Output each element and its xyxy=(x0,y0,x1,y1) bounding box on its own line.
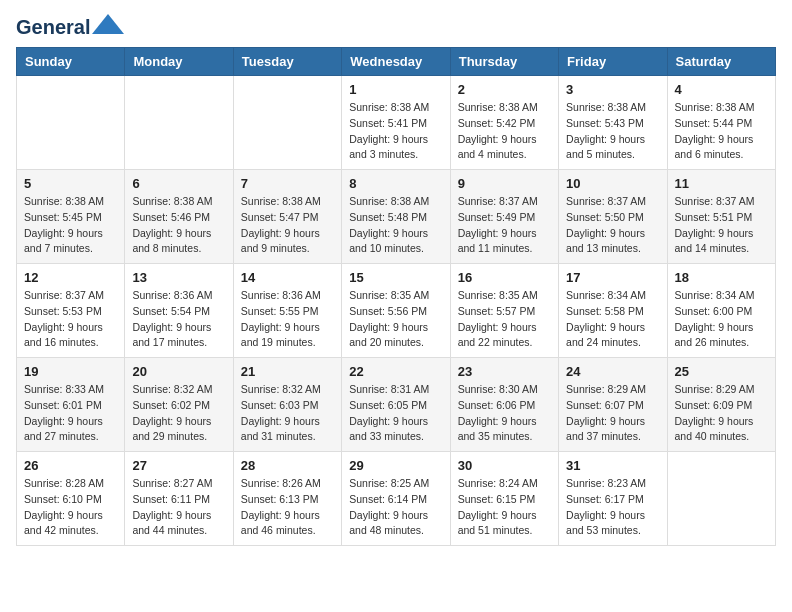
daylight-text: Daylight: 9 hours and 10 minutes. xyxy=(349,226,442,258)
sunrise-text: Sunrise: 8:38 AM xyxy=(132,194,225,210)
sunrise-text: Sunrise: 8:32 AM xyxy=(132,382,225,398)
daylight-text: Daylight: 9 hours and 19 minutes. xyxy=(241,320,334,352)
day-number: 4 xyxy=(675,82,768,97)
sunrise-text: Sunrise: 8:25 AM xyxy=(349,476,442,492)
sunset-text: Sunset: 5:50 PM xyxy=(566,210,659,226)
daylight-text: Daylight: 9 hours and 9 minutes. xyxy=(241,226,334,258)
calendar-cell xyxy=(125,76,233,170)
logo-text: General xyxy=(16,16,90,39)
day-number: 26 xyxy=(24,458,117,473)
sunrise-text: Sunrise: 8:30 AM xyxy=(458,382,551,398)
sunset-text: Sunset: 6:15 PM xyxy=(458,492,551,508)
day-info: Sunrise: 8:38 AMSunset: 5:47 PMDaylight:… xyxy=(241,194,334,257)
sunset-text: Sunset: 5:43 PM xyxy=(566,116,659,132)
calendar-cell: 31Sunrise: 8:23 AMSunset: 6:17 PMDayligh… xyxy=(559,452,667,546)
daylight-text: Daylight: 9 hours and 11 minutes. xyxy=(458,226,551,258)
calendar-cell: 5Sunrise: 8:38 AMSunset: 5:45 PMDaylight… xyxy=(17,170,125,264)
day-number: 18 xyxy=(675,270,768,285)
calendar-cell xyxy=(17,76,125,170)
sunrise-text: Sunrise: 8:36 AM xyxy=(241,288,334,304)
day-info: Sunrise: 8:24 AMSunset: 6:15 PMDaylight:… xyxy=(458,476,551,539)
sunset-text: Sunset: 6:17 PM xyxy=(566,492,659,508)
sunset-text: Sunset: 6:14 PM xyxy=(349,492,442,508)
sunrise-text: Sunrise: 8:27 AM xyxy=(132,476,225,492)
logo-icon xyxy=(92,14,124,34)
day-info: Sunrise: 8:37 AMSunset: 5:49 PMDaylight:… xyxy=(458,194,551,257)
daylight-text: Daylight: 9 hours and 29 minutes. xyxy=(132,414,225,446)
calendar-cell: 11Sunrise: 8:37 AMSunset: 5:51 PMDayligh… xyxy=(667,170,775,264)
sunset-text: Sunset: 5:48 PM xyxy=(349,210,442,226)
daylight-text: Daylight: 9 hours and 31 minutes. xyxy=(241,414,334,446)
day-info: Sunrise: 8:26 AMSunset: 6:13 PMDaylight:… xyxy=(241,476,334,539)
sunset-text: Sunset: 6:01 PM xyxy=(24,398,117,414)
calendar-week-row: 19Sunrise: 8:33 AMSunset: 6:01 PMDayligh… xyxy=(17,358,776,452)
day-number: 1 xyxy=(349,82,442,97)
day-info: Sunrise: 8:27 AMSunset: 6:11 PMDaylight:… xyxy=(132,476,225,539)
page-header: General xyxy=(16,16,776,35)
calendar-cell: 6Sunrise: 8:38 AMSunset: 5:46 PMDaylight… xyxy=(125,170,233,264)
calendar-cell: 20Sunrise: 8:32 AMSunset: 6:02 PMDayligh… xyxy=(125,358,233,452)
header-cell-monday: Monday xyxy=(125,48,233,76)
logo: General xyxy=(16,16,124,35)
daylight-text: Daylight: 9 hours and 40 minutes. xyxy=(675,414,768,446)
calendar-week-row: 1Sunrise: 8:38 AMSunset: 5:41 PMDaylight… xyxy=(17,76,776,170)
day-number: 28 xyxy=(241,458,334,473)
sunrise-text: Sunrise: 8:28 AM xyxy=(24,476,117,492)
sunrise-text: Sunrise: 8:38 AM xyxy=(24,194,117,210)
sunset-text: Sunset: 5:47 PM xyxy=(241,210,334,226)
calendar-cell: 25Sunrise: 8:29 AMSunset: 6:09 PMDayligh… xyxy=(667,358,775,452)
sunset-text: Sunset: 6:10 PM xyxy=(24,492,117,508)
calendar-cell: 18Sunrise: 8:34 AMSunset: 6:00 PMDayligh… xyxy=(667,264,775,358)
daylight-text: Daylight: 9 hours and 16 minutes. xyxy=(24,320,117,352)
calendar-cell: 7Sunrise: 8:38 AMSunset: 5:47 PMDaylight… xyxy=(233,170,341,264)
day-number: 31 xyxy=(566,458,659,473)
day-info: Sunrise: 8:34 AMSunset: 6:00 PMDaylight:… xyxy=(675,288,768,351)
sunset-text: Sunset: 5:57 PM xyxy=(458,304,551,320)
daylight-text: Daylight: 9 hours and 48 minutes. xyxy=(349,508,442,540)
calendar-cell: 17Sunrise: 8:34 AMSunset: 5:58 PMDayligh… xyxy=(559,264,667,358)
sunset-text: Sunset: 6:06 PM xyxy=(458,398,551,414)
sunrise-text: Sunrise: 8:37 AM xyxy=(675,194,768,210)
day-number: 3 xyxy=(566,82,659,97)
day-number: 9 xyxy=(458,176,551,191)
sunset-text: Sunset: 6:11 PM xyxy=(132,492,225,508)
daylight-text: Daylight: 9 hours and 42 minutes. xyxy=(24,508,117,540)
calendar-cell: 3Sunrise: 8:38 AMSunset: 5:43 PMDaylight… xyxy=(559,76,667,170)
day-info: Sunrise: 8:31 AMSunset: 6:05 PMDaylight:… xyxy=(349,382,442,445)
sunrise-text: Sunrise: 8:34 AM xyxy=(675,288,768,304)
header-cell-tuesday: Tuesday xyxy=(233,48,341,76)
calendar-cell: 13Sunrise: 8:36 AMSunset: 5:54 PMDayligh… xyxy=(125,264,233,358)
sunset-text: Sunset: 6:05 PM xyxy=(349,398,442,414)
day-number: 6 xyxy=(132,176,225,191)
day-info: Sunrise: 8:28 AMSunset: 6:10 PMDaylight:… xyxy=(24,476,117,539)
day-info: Sunrise: 8:32 AMSunset: 6:03 PMDaylight:… xyxy=(241,382,334,445)
sunrise-text: Sunrise: 8:37 AM xyxy=(458,194,551,210)
day-info: Sunrise: 8:38 AMSunset: 5:46 PMDaylight:… xyxy=(132,194,225,257)
day-info: Sunrise: 8:38 AMSunset: 5:48 PMDaylight:… xyxy=(349,194,442,257)
daylight-text: Daylight: 9 hours and 14 minutes. xyxy=(675,226,768,258)
day-number: 2 xyxy=(458,82,551,97)
day-info: Sunrise: 8:37 AMSunset: 5:50 PMDaylight:… xyxy=(566,194,659,257)
daylight-text: Daylight: 9 hours and 24 minutes. xyxy=(566,320,659,352)
sunrise-text: Sunrise: 8:36 AM xyxy=(132,288,225,304)
day-number: 21 xyxy=(241,364,334,379)
day-number: 8 xyxy=(349,176,442,191)
sunset-text: Sunset: 6:03 PM xyxy=(241,398,334,414)
day-info: Sunrise: 8:38 AMSunset: 5:41 PMDaylight:… xyxy=(349,100,442,163)
calendar-cell: 9Sunrise: 8:37 AMSunset: 5:49 PMDaylight… xyxy=(450,170,558,264)
day-number: 22 xyxy=(349,364,442,379)
calendar-week-row: 26Sunrise: 8:28 AMSunset: 6:10 PMDayligh… xyxy=(17,452,776,546)
day-info: Sunrise: 8:23 AMSunset: 6:17 PMDaylight:… xyxy=(566,476,659,539)
daylight-text: Daylight: 9 hours and 35 minutes. xyxy=(458,414,551,446)
sunrise-text: Sunrise: 8:38 AM xyxy=(566,100,659,116)
calendar-cell: 15Sunrise: 8:35 AMSunset: 5:56 PMDayligh… xyxy=(342,264,450,358)
calendar-cell xyxy=(233,76,341,170)
sunrise-text: Sunrise: 8:37 AM xyxy=(566,194,659,210)
sunrise-text: Sunrise: 8:29 AM xyxy=(675,382,768,398)
calendar-cell: 4Sunrise: 8:38 AMSunset: 5:44 PMDaylight… xyxy=(667,76,775,170)
day-info: Sunrise: 8:38 AMSunset: 5:44 PMDaylight:… xyxy=(675,100,768,163)
calendar-cell: 1Sunrise: 8:38 AMSunset: 5:41 PMDaylight… xyxy=(342,76,450,170)
day-number: 7 xyxy=(241,176,334,191)
day-info: Sunrise: 8:37 AMSunset: 5:53 PMDaylight:… xyxy=(24,288,117,351)
daylight-text: Daylight: 9 hours and 5 minutes. xyxy=(566,132,659,164)
